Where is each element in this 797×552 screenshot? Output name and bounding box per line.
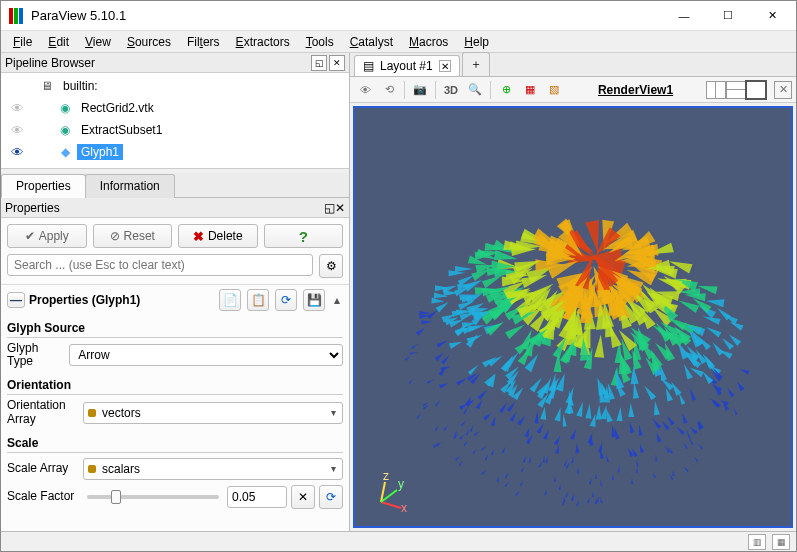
menu-extractors[interactable]: Extractors xyxy=(228,33,298,51)
pipeline-item-rectgrid2vtk[interactable]: 👁◉RectGrid2.vtk xyxy=(1,97,349,119)
help-button[interactable]: ? xyxy=(264,224,344,248)
select-cells-button[interactable]: ⊕ xyxy=(495,79,517,101)
window-minimize-button[interactable]: — xyxy=(662,2,706,30)
gear-icon: ⚙ xyxy=(326,259,337,273)
array-icon xyxy=(88,409,96,417)
camera-reset-button[interactable]: ⟲ xyxy=(378,79,400,101)
apply-icon: ✔ xyxy=(25,229,35,243)
glyph-source-group: Glyph Source xyxy=(7,315,343,338)
layout-menu-icon: ▤ xyxy=(363,59,374,73)
status-grid-button[interactable]: ▦ xyxy=(772,534,790,550)
pipeline-browser-header: Pipeline Browser ◱ ✕ xyxy=(1,53,349,73)
glyph-type-label: Glyph Type xyxy=(7,342,65,368)
pipeline-browser-title: Pipeline Browser xyxy=(5,56,309,70)
scale-factor-slider[interactable] xyxy=(87,495,219,499)
reload-icon: ⟳ xyxy=(281,293,291,307)
scale-group: Scale xyxy=(7,430,343,453)
visibility-eye-icon[interactable]: 👁 xyxy=(5,123,29,138)
paste-button[interactable]: 📋 xyxy=(247,289,269,311)
orientation-axes-icon: x z y xyxy=(371,472,411,512)
window-titlebar: ParaView 5.10.1 — ☐ ✕ xyxy=(1,1,796,31)
scale-factor-rescale-button[interactable]: ⟳ xyxy=(319,485,343,509)
screenshot-button[interactable]: 📷 xyxy=(409,79,431,101)
pipeline-item-glyph1[interactable]: 👁◆Glyph1 xyxy=(1,141,349,163)
layout-tab-1[interactable]: ▤ Layout #1 ✕ xyxy=(354,55,460,76)
properties-dock-button[interactable]: ◱ xyxy=(324,201,335,215)
scale-array-label: Scale Array xyxy=(7,462,79,475)
pipeline-item-builtin[interactable]: 🖥builtin: xyxy=(1,75,349,97)
svg-text:z: z xyxy=(383,472,389,483)
window-maximize-button[interactable]: ☐ xyxy=(706,2,750,30)
save-defaults-button[interactable]: 💾 xyxy=(303,289,325,311)
menu-tools[interactable]: Tools xyxy=(298,33,342,51)
menu-file[interactable]: File xyxy=(5,33,40,51)
pipeline-tree[interactable]: 🖥builtin:👁◉RectGrid2.vtk👁◉ExtractSubset1… xyxy=(1,73,349,169)
apply-label: Apply xyxy=(39,229,69,243)
status-layout-button[interactable]: ▥ xyxy=(748,534,766,550)
window-close-button[interactable]: ✕ xyxy=(750,2,794,30)
delete-button[interactable]: ✖Delete xyxy=(178,224,258,248)
paste-icon: 📋 xyxy=(251,293,266,307)
tab-information[interactable]: Information xyxy=(85,174,175,198)
menu-view[interactable]: View xyxy=(77,33,119,51)
scale-factor-reset-button[interactable]: ✕ xyxy=(291,485,315,509)
render-view[interactable]: x z y xyxy=(353,106,793,528)
advanced-toggle-button[interactable]: ⚙ xyxy=(319,254,343,278)
orientation-array-label: Orientation Array xyxy=(7,399,79,425)
glyph-visualization xyxy=(355,108,791,526)
render-view-title: RenderView1 xyxy=(567,83,704,97)
split-horizontal-button[interactable] xyxy=(706,81,726,99)
visibility-eye-icon[interactable]: 👁 xyxy=(5,145,29,160)
svg-line-0 xyxy=(381,502,401,508)
copy-button[interactable]: 📄 xyxy=(219,289,241,311)
split-vertical-button[interactable] xyxy=(726,81,746,99)
tab-properties[interactable]: Properties xyxy=(1,174,86,198)
reset-label: Reset xyxy=(124,229,155,243)
reload-button[interactable]: ⟳ xyxy=(275,289,297,311)
scale-factor-input[interactable] xyxy=(227,486,287,508)
pipeline-item-label: builtin: xyxy=(59,78,102,94)
menu-macros[interactable]: Macros xyxy=(401,33,456,51)
select-block-button[interactable]: ▧ xyxy=(543,79,565,101)
properties-close-button[interactable]: ✕ xyxy=(335,201,345,215)
pipeline-close-button[interactable]: ✕ xyxy=(329,55,345,71)
visibility-eye-icon[interactable]: 👁 xyxy=(5,101,29,116)
pipeline-item-extractsubset1[interactable]: 👁◉ExtractSubset1 xyxy=(1,119,349,141)
menu-sources[interactable]: Sources xyxy=(119,33,179,51)
properties-search-input[interactable] xyxy=(7,254,313,276)
menu-catalyst[interactable]: Catalyst xyxy=(342,33,401,51)
data-icon: ◉ xyxy=(57,100,73,116)
section-scroll-up[interactable]: ▴ xyxy=(331,289,343,311)
layout-tab-label: Layout #1 xyxy=(380,59,433,73)
glyph-icon: ◆ xyxy=(57,144,73,160)
seek-button[interactable]: 👁 xyxy=(354,79,376,101)
properties-panel-header: Properties ◱ ✕ xyxy=(1,198,349,218)
orientation-array-select[interactable]: vectors xyxy=(83,402,343,424)
menu-filters[interactable]: Filters xyxy=(179,33,228,51)
glyph-type-select[interactable]: Arrow xyxy=(69,344,343,366)
section-title: Properties (Glyph1) xyxy=(29,293,213,307)
reset-button[interactable]: ⊘Reset xyxy=(93,224,173,248)
svg-text:y: y xyxy=(398,477,404,491)
select-points-button[interactable]: ▦ xyxy=(519,79,541,101)
interaction-mode-button[interactable]: 3D xyxy=(440,79,462,101)
menu-help[interactable]: Help xyxy=(456,33,497,51)
close-view-button[interactable]: ✕ xyxy=(774,81,792,99)
apply-button[interactable]: ✔Apply xyxy=(7,224,87,248)
orientation-group: Orientation xyxy=(7,372,343,395)
window-title: ParaView 5.10.1 xyxy=(31,8,662,23)
close-icon: ✕ xyxy=(298,490,308,504)
svg-text:x: x xyxy=(401,501,407,512)
zoom-to-data-button[interactable]: 🔍 xyxy=(464,79,486,101)
pipeline-item-label: ExtractSubset1 xyxy=(77,122,166,138)
status-bar: ▥ ▦ xyxy=(1,531,796,551)
maximize-view-button[interactable] xyxy=(746,81,766,99)
properties-panel-title: Properties xyxy=(5,201,324,215)
scale-array-select[interactable]: scalars xyxy=(83,458,343,480)
layout-tab-close-button[interactable]: ✕ xyxy=(439,60,451,72)
layout-tab-bar: ▤ Layout #1 ✕ ＋ xyxy=(350,53,796,77)
section-collapse-button[interactable]: — xyxy=(7,292,25,308)
layout-add-tab-button[interactable]: ＋ xyxy=(462,52,490,76)
menu-edit[interactable]: Edit xyxy=(40,33,77,51)
pipeline-dock-button[interactable]: ◱ xyxy=(311,55,327,71)
